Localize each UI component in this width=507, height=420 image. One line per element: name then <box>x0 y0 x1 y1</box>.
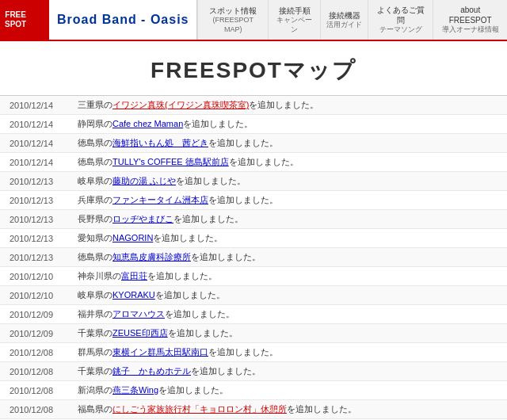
date-cell: 2010/12/08 <box>0 343 71 362</box>
entry-link[interactable]: 銚子 かもめホテル <box>112 366 191 376</box>
nav-about[interactable]: about FREESPOT 導入オーナ様情報 <box>433 0 507 40</box>
table-row: 2010/12/10神奈川県の富田荘を追加しました。 <box>0 267 507 286</box>
entry-link[interactable]: 富田荘 <box>121 271 147 281</box>
entries-table: 2010/12/14三重県のイワジン真珠(イワジン真珠喫茶室)を追加しました。2… <box>0 96 507 420</box>
table-row: 2010/12/14徳島県の海鮮指いもん処 茜どきを追加しました。 <box>0 134 507 153</box>
entry-suffix: を追加しました。 <box>287 404 356 414</box>
content-cell: 福井県のアロマハウスを追加しました。 <box>71 305 507 324</box>
entry-link[interactable]: イワジン真珠(イワジン真珠喫茶室) <box>112 100 249 109</box>
entry-prefix: 愛知県の <box>78 233 112 242</box>
date-cell: 2010/12/10 <box>0 286 71 305</box>
content-cell: 徳島県の知恵島皮膚科診療所を追加しました。 <box>71 248 507 267</box>
entry-suffix: を追加しました。 <box>168 328 238 338</box>
header: FREESPOT Broad Band - Oasis スポット情報 (FREE… <box>0 0 507 41</box>
content-cell: 千葉県のZEUSE印西店を追加しました。 <box>71 324 507 343</box>
content-cell: 三重県のイワジン真珠(イワジン真珠喫茶室)を追加しました。 <box>71 96 507 115</box>
entry-link[interactable]: TULLY's COFFEE 徳島駅前店 <box>112 157 229 166</box>
content-cell: 群馬県の東横イン群馬太田駅南口を追加しました。 <box>71 343 507 362</box>
entry-suffix: を追加しました。 <box>155 290 225 300</box>
entry-suffix: を追加しました。 <box>176 176 246 185</box>
entry-prefix: 長野県の <box>78 214 112 223</box>
entry-prefix: 新潟県の <box>78 385 112 395</box>
table-row: 2010/12/14三重県のイワジン真珠(イワジン真珠喫茶室)を追加しました。 <box>0 96 507 115</box>
entry-suffix: を追加しました。 <box>191 252 261 262</box>
entry-suffix: を追加しました。 <box>191 366 261 376</box>
entry-suffix: を追加しました。 <box>165 309 234 319</box>
entry-prefix: 徳島県の <box>78 252 112 262</box>
logo-area: FREESPOT <box>0 0 49 40</box>
entry-prefix: 神奈川県の <box>78 271 121 281</box>
table-row: 2010/12/08群馬県の東横イン群馬太田駅南口を追加しました。 <box>0 343 507 362</box>
table-row: 2010/12/08福島県のにしごう家族旅行村「キョロロン村」休憩所を追加しまし… <box>0 400 507 419</box>
entry-link[interactable]: 燕三条Wing <box>112 385 158 395</box>
entry-prefix: 千葉県の <box>78 366 112 376</box>
entry-suffix: を追加しました。 <box>229 157 299 166</box>
table-row: 2010/12/13岐阜県の藤助の湯 ふじやを追加しました。 <box>0 172 507 191</box>
entry-prefix: 徳島県の <box>78 157 112 166</box>
date-cell: 2010/12/13 <box>0 210 71 229</box>
date-cell: 2010/12/09 <box>0 324 71 343</box>
entry-link[interactable]: KYORAKU <box>112 290 155 300</box>
entry-suffix: を追加しました。 <box>208 138 278 147</box>
content-cell: 新潟県の燕三条Wingを追加しました。 <box>71 381 507 400</box>
entry-link[interactable]: 知恵島皮膚科診療所 <box>112 252 191 262</box>
entry-prefix: 岐阜県の <box>78 290 112 300</box>
entry-prefix: 兵庫県の <box>78 195 112 204</box>
content-cell: 千葉県の銚子 かもめホテルを追加しました。 <box>71 362 507 381</box>
date-cell: 2010/12/14 <box>0 96 71 115</box>
entry-suffix: を追加しました。 <box>208 195 278 204</box>
content-cell: 福島県のにしごう家族旅行村「キョロロン村」休憩所を追加しました。 <box>71 400 507 419</box>
entry-prefix: 福島県の <box>78 404 112 414</box>
content-cell: 長野県のロッヂやまびこを追加しました。 <box>71 210 507 229</box>
content-cell: 徳島県の海鮮指いもん処 茜どきを追加しました。 <box>71 134 507 153</box>
nav-spot-label: スポット情報 <box>209 6 257 16</box>
nav-device-sub: 活用ガイド <box>326 21 362 30</box>
entry-prefix: 静岡県の <box>78 119 112 128</box>
brand-area: Broad Band - Oasis <box>49 0 197 40</box>
entry-prefix: 岐阜県の <box>78 176 112 185</box>
table-row: 2010/12/13愛知県のNAGORINを追加しました。 <box>0 229 507 248</box>
nav-device[interactable]: 接続機器 活用ガイド <box>320 0 368 40</box>
nav-spot[interactable]: スポット情報 (FREESPOT MAP) <box>197 0 267 40</box>
nav-connect[interactable]: 接続手順 キャンペーン <box>268 0 320 40</box>
entry-link[interactable]: 藤助の湯 ふじや <box>112 176 176 185</box>
nav-connect-sub: キャンペーン <box>273 16 315 34</box>
nav-area: スポット情報 (FREESPOT MAP) 接続手順 キャンペーン 接続機器 活… <box>197 0 507 40</box>
date-cell: 2010/12/13 <box>0 248 71 267</box>
entry-link[interactable]: ロッヂやまびこ <box>112 214 173 223</box>
entry-suffix: を追加しました。 <box>173 214 243 223</box>
table-row: 2010/12/14徳島県のTULLY's COFFEE 徳島駅前店を追加しまし… <box>0 153 507 172</box>
entry-suffix: を追加しました。 <box>208 347 278 357</box>
content-cell: 徳島県のTULLY's COFFEE 徳島駅前店を追加しました。 <box>71 153 507 172</box>
date-cell: 2010/12/08 <box>0 362 71 381</box>
table-row: 2010/12/13徳島県の知恵島皮膚科診療所を追加しました。 <box>0 248 507 267</box>
nav-faq-sub: テーマソング <box>379 25 422 35</box>
date-cell: 2010/12/10 <box>0 267 71 286</box>
date-cell: 2010/12/14 <box>0 115 71 134</box>
entry-link[interactable]: Cafe chez Maman <box>112 119 183 128</box>
date-cell: 2010/12/09 <box>0 305 71 324</box>
table-row: 2010/12/09千葉県のZEUSE印西店を追加しました。 <box>0 324 507 343</box>
content-cell: 静岡県のCafe chez Mamanを追加しました。 <box>71 115 507 134</box>
content-cell: 兵庫県のファンキータイム洲本店を追加しました。 <box>71 191 507 210</box>
content-cell: 岐阜県のKYORAKUを追加しました。 <box>71 286 507 305</box>
entry-link[interactable]: 海鮮指いもん処 茜どき <box>112 138 208 147</box>
entry-link[interactable]: にしごう家族旅行村「キョロロン村」休憩所 <box>112 404 287 414</box>
entry-prefix: 福井県の <box>78 309 112 319</box>
content-cell: 神奈川県の富田荘を追加しました。 <box>71 267 507 286</box>
content-cell: 岐阜県の藤助の湯 ふじやを追加しました。 <box>71 172 507 191</box>
entry-prefix: 群馬県の <box>78 347 112 357</box>
entry-link[interactable]: ZEUSE印西店 <box>112 328 168 338</box>
entry-link[interactable]: NAGORIN <box>112 233 153 242</box>
nav-spot-sub: (FREESPOT MAP) <box>203 16 262 34</box>
entry-prefix: 三重県の <box>78 100 112 109</box>
nav-device-label: 接続機器 <box>329 10 360 21</box>
entry-link[interactable]: 東横イン群馬太田駅南口 <box>112 347 208 357</box>
table-row: 2010/12/10岐阜県のKYORAKUを追加しました。 <box>0 286 507 305</box>
entry-link[interactable]: ファンキータイム洲本店 <box>112 195 208 204</box>
entry-prefix: 千葉県の <box>78 328 112 338</box>
logo-text: FREESPOT <box>5 10 26 29</box>
entry-suffix: を追加しました。 <box>153 233 223 242</box>
nav-faq[interactable]: よくあるご質問 テーマソング <box>368 0 433 40</box>
entry-link[interactable]: アロマハウス <box>112 309 165 319</box>
